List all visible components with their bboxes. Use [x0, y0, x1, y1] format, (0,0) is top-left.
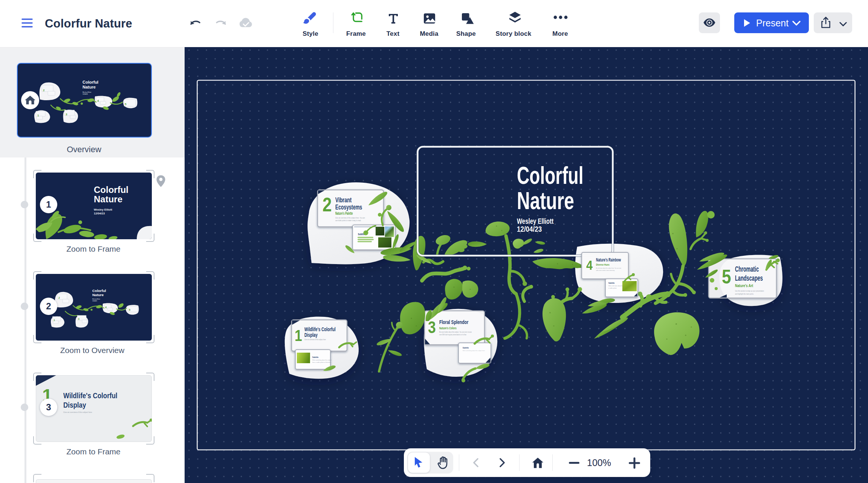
svg-text:5: 5 — [125, 102, 127, 106]
svg-text:Be even bolder about this subj: Be even bolder about this subject. You c… — [439, 331, 472, 333]
svg-text:here, or add a photo or illust: here, or add a photo or illustration — [312, 361, 331, 363]
svg-text:Nature's Colors: Nature's Colors — [439, 326, 457, 330]
svg-text:Display: Display — [63, 401, 86, 410]
svg-text:Colorful: Colorful — [94, 185, 128, 195]
svg-text:Give an overview of this subje: Give an overview of this subject here. Y… — [335, 217, 365, 219]
svg-text:2: 2 — [58, 297, 60, 299]
svg-text:Landscapes: Landscapes — [735, 274, 763, 283]
svg-text:Nature's Palette: Nature's Palette — [335, 211, 353, 216]
svg-text:Ecosystems: Ecosystems — [335, 203, 362, 211]
svg-text:Give an overview of this subje: Give an overview of this subject here — [304, 338, 326, 341]
svg-text:1: 1 — [295, 327, 302, 344]
svg-text:1: 1 — [53, 319, 55, 321]
svg-text:Colorful: Colorful — [83, 80, 98, 84]
svg-text:Nature's Art: Nature's Art — [735, 283, 753, 288]
svg-text:2: 2 — [43, 89, 45, 92]
svg-text:Wildlife's Colorful: Wildlife's Colorful — [304, 326, 336, 332]
svg-text:Vibrant: Vibrant — [335, 196, 351, 204]
svg-text:Be a bit more about this subje: Be a bit more about this subject here. Y… — [596, 267, 621, 269]
svg-text:Wesley Elliott: Wesley Elliott — [517, 217, 553, 226]
svg-text:4: 4 — [586, 258, 593, 273]
svg-text:add a note to make it more int: add a note to make it more interesting. — [596, 269, 615, 271]
svg-text:Give an overview of this subje: Give an overview of this subject here — [63, 411, 92, 413]
svg-text:Subtitle: Subtitle — [312, 356, 318, 358]
svg-text:12/04/23: 12/04/23 — [83, 93, 88, 95]
svg-text:Display: Display — [304, 332, 318, 338]
svg-text:Wesley Elliott: Wesley Elliott — [83, 92, 92, 93]
svg-text:Subtitle: Subtitle — [608, 281, 614, 284]
svg-text:1: 1 — [37, 114, 39, 117]
svg-text:Colorful: Colorful — [517, 162, 584, 189]
svg-text:3: 3 — [66, 113, 67, 116]
svg-text:Wildlife's Colorful: Wildlife's Colorful — [63, 391, 118, 400]
svg-text:3: 3 — [428, 318, 436, 337]
svg-text:use bullet points to make it e: use bullet points to make it easy to rea… — [335, 219, 361, 222]
svg-text:Subtitle: Subtitle — [463, 346, 469, 349]
svg-text:Use this section to wrap up yo: Use this section to wrap up your present… — [735, 290, 764, 292]
svg-text:or add a photo: or add a photo — [608, 287, 617, 289]
svg-text:12/04/23: 12/04/23 — [92, 300, 97, 302]
svg-text:over 50% both regular presenta: over 50% both regular presentations or i… — [439, 333, 467, 336]
svg-text:Wesley Elliott: Wesley Elliott — [92, 298, 101, 300]
svg-text:12/04/23: 12/04/23 — [94, 212, 105, 215]
svg-text:Nature: Nature — [83, 85, 96, 89]
svg-text:Chromatic: Chromatic — [735, 264, 759, 274]
svg-text:5: 5 — [722, 266, 731, 287]
svg-text:2: 2 — [322, 194, 332, 216]
svg-text:Nature: Nature — [92, 293, 104, 297]
svg-text:Write something about this sub: Write something about this subject — [312, 359, 332, 361]
svg-text:Floral Splendor: Floral Splendor — [439, 319, 468, 326]
svg-text:4: 4 — [97, 99, 99, 102]
svg-text:Diverse Hues: Diverse Hues — [596, 263, 610, 266]
svg-text:12/04/23: 12/04/23 — [517, 225, 542, 234]
svg-text:Nature: Nature — [517, 187, 574, 214]
svg-text:Wesley Elliott: Wesley Elliott — [94, 208, 112, 211]
svg-text:4: 4 — [105, 306, 107, 309]
svg-text:Colorful: Colorful — [92, 289, 106, 293]
svg-text:Nature's Rainbow: Nature's Rainbow — [596, 257, 621, 262]
svg-text:Nature: Nature — [94, 194, 122, 204]
svg-text:3: 3 — [78, 318, 79, 320]
svg-text:Write something about this sub: Write something about this subject here — [463, 350, 485, 352]
svg-text:and highlight the main points.: and highlight the main points. — [735, 293, 754, 295]
svg-text:5: 5 — [129, 309, 130, 311]
